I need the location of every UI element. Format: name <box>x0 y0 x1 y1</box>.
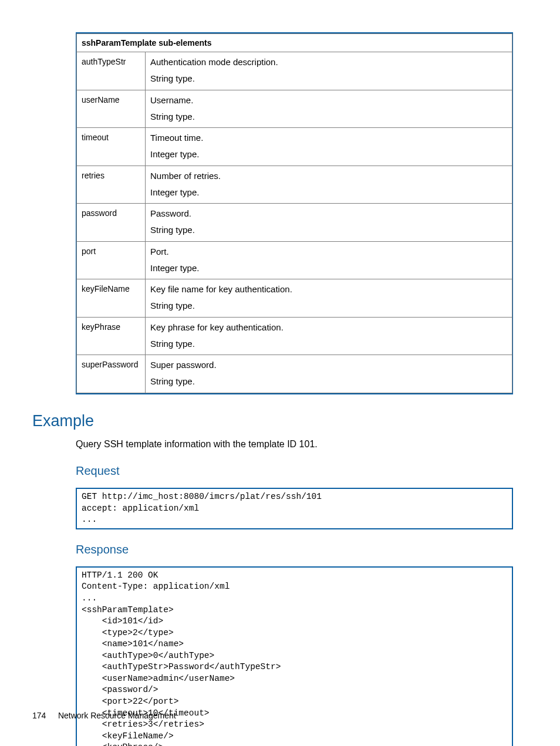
element-name: authTypeStr <box>77 52 146 90</box>
element-name: password <box>77 204 146 242</box>
table-header: sshParamTemplate sub-elements <box>77 34 512 52</box>
description-type: String type. <box>150 110 507 123</box>
table-row: passwordPassword.String type. <box>77 204 512 242</box>
element-name: keyPhrase <box>77 317 146 355</box>
element-description: Number of retries.Integer type. <box>146 166 512 204</box>
request-code-block: GET http://imc_host:8080/imcrs/plat/res/… <box>76 488 513 529</box>
example-heading: Example <box>32 410 513 433</box>
description-line: Password. <box>150 207 507 220</box>
sub-elements-table: sshParamTemplate sub-elements authTypeSt… <box>76 32 513 394</box>
example-intro: Query SSH template information with the … <box>76 437 513 451</box>
element-description: Key file name for key authentication.Str… <box>146 279 512 318</box>
element-description: Timeout time.Integer type. <box>146 128 512 166</box>
table-row: portPort.Integer type. <box>77 241 512 279</box>
description-type: Integer type. <box>150 262 507 275</box>
element-name: keyFileName <box>77 279 146 318</box>
description-line: Port. <box>150 245 507 258</box>
element-description: Super password.String type. <box>146 355 512 393</box>
element-name: port <box>77 241 146 279</box>
table-row: authTypeStrAuthentication mode descripti… <box>77 52 512 90</box>
description-line: Timeout time. <box>150 131 507 144</box>
description-type: String type. <box>150 224 507 237</box>
element-description: Password.String type. <box>146 204 512 242</box>
description-type: String type. <box>150 337 507 350</box>
description-line: Number of retries. <box>150 170 507 183</box>
request-heading: Request <box>76 463 513 480</box>
element-description: Key phrase for key authentication.String… <box>146 317 512 355</box>
element-description: Authentication mode description.String t… <box>146 52 512 90</box>
description-line: Super password. <box>150 359 507 372</box>
table-row: superPasswordSuper password.String type. <box>77 355 512 393</box>
page-footer: 174 Network Resource Management <box>32 710 176 721</box>
table-row: timeoutTimeout time.Integer type. <box>77 128 512 166</box>
element-name: userName <box>77 90 146 128</box>
element-name: timeout <box>77 128 146 166</box>
element-name: retries <box>77 166 146 204</box>
table-row: keyPhraseKey phrase for key authenticati… <box>77 317 512 355</box>
element-description: Username.String type. <box>146 90 512 128</box>
table-row: retriesNumber of retries.Integer type. <box>77 166 512 204</box>
page-number: 174 <box>32 710 56 721</box>
description-line: Authentication mode description. <box>150 56 507 69</box>
element-name: superPassword <box>77 355 146 393</box>
description-type: Integer type. <box>150 148 507 161</box>
description-type: String type. <box>150 299 507 312</box>
element-description: Port.Integer type. <box>146 241 512 279</box>
description-line: Username. <box>150 94 507 107</box>
table-row: keyFileNameKey file name for key authent… <box>77 279 512 318</box>
description-type: Integer type. <box>150 186 507 199</box>
description-type: String type. <box>150 72 507 85</box>
description-type: String type. <box>150 375 507 388</box>
footer-section: Network Resource Management <box>58 711 176 720</box>
description-line: Key file name for key authentication. <box>150 283 507 296</box>
description-line: Key phrase for key authentication. <box>150 321 507 334</box>
table-row: userNameUsername.String type. <box>77 90 512 128</box>
response-heading: Response <box>76 541 513 558</box>
